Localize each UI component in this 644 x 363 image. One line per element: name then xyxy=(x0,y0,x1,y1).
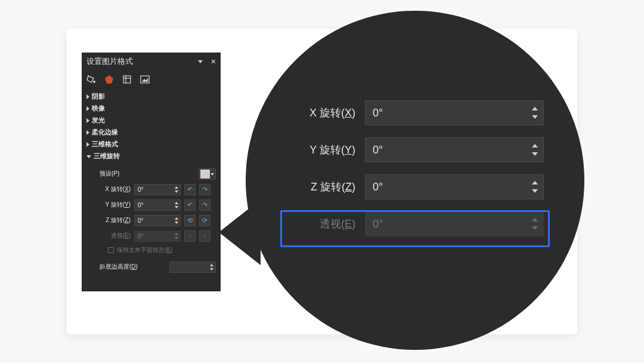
rotation-3d-body: 预设(P) X 旋转(X) 0° ↶ ↷ xyxy=(82,162,221,281)
magnified-view: X 旋转(X) 0° Y 旋转(Y) 0° Z 旋转(Z) 0° xyxy=(246,11,584,350)
panel-title: 设置图片格式 xyxy=(86,56,133,67)
mag-z-row: Z 旋转(Z) 0° xyxy=(287,174,544,199)
section-list: 阴影 映像 发光 柔化边缘 三维格式 三维旋转 预设(P) X 旋转(X) xyxy=(82,88,221,281)
perspective-highlight xyxy=(280,210,550,247)
z-rotation-input[interactable]: 0° xyxy=(134,215,181,226)
mag-x-label: X 旋转(X) xyxy=(287,106,365,120)
size-tab-icon[interactable] xyxy=(121,73,133,85)
chevron-right-icon xyxy=(86,142,89,147)
rotate-z-ccw-button[interactable]: ⟲ xyxy=(184,215,196,226)
x-rotation-value: 0° xyxy=(138,186,144,193)
step-up-icon xyxy=(175,233,178,235)
section-3d-format[interactable]: 三维格式 xyxy=(82,139,221,150)
step-down-icon[interactable] xyxy=(175,206,178,208)
effects-tab-icon[interactable] xyxy=(103,73,115,85)
mag-y-value: 0° xyxy=(373,144,383,156)
step-up-icon[interactable] xyxy=(175,217,178,220)
mag-z-label: Z 旋转(Z) xyxy=(287,180,365,194)
mag-x-input[interactable]: 0° xyxy=(365,100,544,125)
panel-options-icon[interactable] xyxy=(198,60,203,63)
svg-point-0 xyxy=(93,81,95,83)
y-rotation-value: 0° xyxy=(138,202,144,208)
x-rotation-row: X 旋转(X) 0° ↶ ↷ xyxy=(100,182,216,197)
chevron-right-icon xyxy=(86,130,89,135)
section-glow[interactable]: 发光 xyxy=(82,115,221,127)
format-picture-panel: 设置图片格式 × 阴影 映像 发光 柔化边缘 三维 xyxy=(82,53,221,291)
section-shadow[interactable]: 阴影 xyxy=(82,91,221,103)
mag-z-input[interactable]: 0° xyxy=(365,174,544,199)
step-down-icon[interactable] xyxy=(210,268,213,270)
x-rotation-input[interactable]: 0° xyxy=(134,184,181,195)
section-label: 三维旋转 xyxy=(94,152,120,161)
mag-y-label: Y 旋转(Y) xyxy=(287,143,365,157)
z-rotation-row: Z 旋转(Z) 0° ⟲ ⟳ xyxy=(100,213,216,228)
preset-swatch[interactable] xyxy=(199,168,216,180)
fill-line-tab-icon[interactable] xyxy=(85,73,97,85)
section-label: 发光 xyxy=(92,116,105,125)
panel-header: 设置图片格式 × xyxy=(82,53,221,70)
chevron-right-icon xyxy=(86,106,89,111)
perspective-input: 0° xyxy=(134,230,181,242)
y-rotation-input[interactable]: 0° xyxy=(134,199,181,211)
section-label: 三维格式 xyxy=(92,140,118,149)
illustration-card: 设置图片格式 × 阴影 映像 发光 柔化边缘 三维 xyxy=(67,29,577,334)
distance-label: 距底边高度(D) xyxy=(100,263,147,271)
section-label: 映像 xyxy=(92,104,105,113)
rotate-y-left-button[interactable]: ↶ xyxy=(184,199,196,211)
z-rotation-label: Z 旋转(Z) xyxy=(100,216,131,224)
close-icon[interactable]: × xyxy=(211,57,216,66)
perspective-label: 透视(E) xyxy=(100,232,131,240)
keep-flat-label: 保持文本平面状态(K) xyxy=(117,246,172,254)
step-down-icon[interactable] xyxy=(532,152,538,156)
perspective-down-button: ↓ xyxy=(199,230,210,242)
step-up-icon[interactable] xyxy=(532,144,538,147)
step-up-icon[interactable] xyxy=(532,107,538,110)
svg-marker-6 xyxy=(142,78,148,82)
y-rotation-label: Y 旋转(Y) xyxy=(100,201,131,209)
mag-y-input[interactable]: 0° xyxy=(365,137,544,162)
perspective-row: 透视(E) 0° ↑ ↓ xyxy=(100,228,216,244)
section-label: 柔化边缘 xyxy=(92,128,118,137)
distance-row: 距底边高度(D) xyxy=(100,259,216,275)
step-down-icon xyxy=(175,237,178,239)
section-soft-edge[interactable]: 柔化边缘 xyxy=(82,127,221,139)
perspective-up-button: ↑ xyxy=(184,230,196,242)
perspective-value: 0° xyxy=(138,233,144,239)
mag-x-value: 0° xyxy=(373,107,383,119)
rotate-x-left-button[interactable]: ↶ xyxy=(184,184,196,195)
svg-rect-2 xyxy=(123,76,131,83)
section-label: 阴影 xyxy=(92,93,105,101)
z-rotation-value: 0° xyxy=(138,217,144,224)
chevron-right-icon xyxy=(86,94,89,99)
tab-row xyxy=(82,70,221,88)
step-up-icon[interactable] xyxy=(210,264,213,266)
section-3d-rotation[interactable]: 三维旋转 xyxy=(82,150,221,162)
step-down-icon[interactable] xyxy=(532,189,538,193)
step-up-icon[interactable] xyxy=(532,181,538,184)
distance-input[interactable] xyxy=(169,262,216,273)
rotate-x-right-button[interactable]: ↷ xyxy=(199,184,210,195)
preset-swatch-color xyxy=(200,170,210,179)
chevron-down-icon xyxy=(86,155,91,158)
chevron-right-icon xyxy=(86,118,89,123)
section-reflection[interactable]: 映像 xyxy=(82,103,221,115)
rotate-y-right-button[interactable]: ↷ xyxy=(199,199,210,211)
svg-marker-1 xyxy=(105,75,113,84)
step-down-icon[interactable] xyxy=(532,115,538,119)
y-rotation-row: Y 旋转(Y) 0° ↶ ↷ xyxy=(100,197,216,213)
keep-flat-row: 保持文本平面状态(K) xyxy=(100,244,216,257)
step-down-icon[interactable] xyxy=(175,190,178,193)
preset-row: 预设(P) xyxy=(100,166,216,182)
step-up-icon[interactable] xyxy=(175,186,178,189)
chevron-down-icon xyxy=(210,173,214,176)
mag-x-row: X 旋转(X) 0° xyxy=(287,100,544,125)
step-down-icon[interactable] xyxy=(175,222,178,224)
x-rotation-label: X 旋转(X) xyxy=(100,185,131,193)
preset-label: 预设(P) xyxy=(100,170,123,178)
keep-flat-checkbox xyxy=(108,247,114,253)
mag-z-value: 0° xyxy=(373,181,383,193)
mag-y-row: Y 旋转(Y) 0° xyxy=(287,137,544,162)
rotate-z-cw-button[interactable]: ⟳ xyxy=(199,215,210,226)
step-up-icon[interactable] xyxy=(175,202,178,204)
picture-tab-icon[interactable] xyxy=(139,73,151,85)
